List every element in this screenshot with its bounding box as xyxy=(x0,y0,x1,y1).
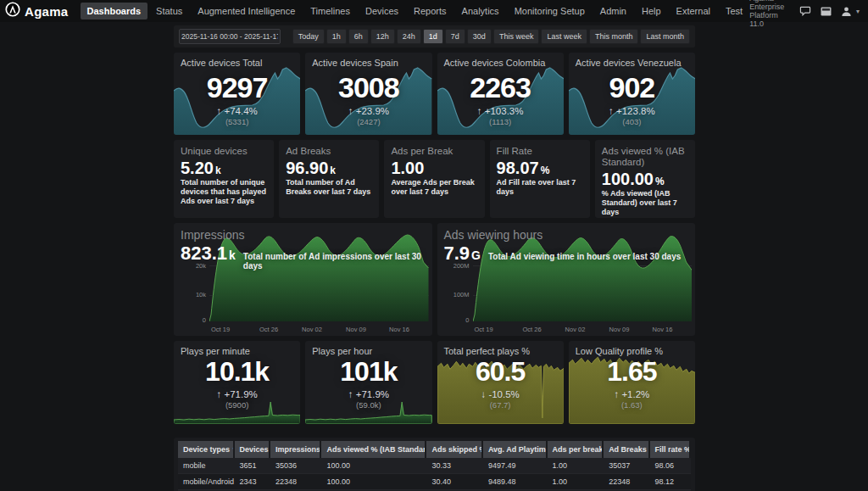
trend-unit: k xyxy=(229,248,236,262)
platform-version-label: Agama Enterprise Platform 11.0 xyxy=(749,0,790,28)
y-tick: 100M xyxy=(439,291,470,299)
time-range-input[interactable] xyxy=(179,29,281,44)
menu-item-reports[interactable]: Reports xyxy=(407,3,453,20)
panel-title: Active devices Venezuela xyxy=(576,58,682,68)
caret-down-icon[interactable]: ▾ xyxy=(856,8,860,15)
nav-right-cluster: Agama Enterprise Platform 11.0 ▾ xyxy=(749,0,860,28)
cell: 3651 xyxy=(235,458,270,474)
metric-value: 3008 xyxy=(305,73,431,102)
range-button-last-week[interactable]: Last week xyxy=(541,29,587,44)
trend-value-row: 7.9G Total Ad viewing time in hours over… xyxy=(444,243,682,265)
col-ads-viewed[interactable]: Ads viewed % (IAB Standard)⇅ xyxy=(321,441,426,458)
up-arrow-icon: ↑ xyxy=(348,106,353,116)
up-arrow-icon: ↑ xyxy=(614,389,619,399)
col-fill-rate[interactable]: Fill rate %⇅ xyxy=(650,441,691,458)
time-range-bar: Today 1h 6h 12h 24h 1d 7d 30d This week … xyxy=(174,25,695,47)
panel-ad-breaks: Ad Breaks 96.90k Total number of Ad Brea… xyxy=(279,140,379,218)
panel-title: Total perfect plays % xyxy=(444,346,531,356)
col-ads-skipped[interactable]: Ads skipped %⇅ xyxy=(426,441,483,458)
panel-title: Ads viewed % (IAB Standard) xyxy=(602,146,688,168)
panels-icon[interactable] xyxy=(821,5,832,17)
cell-device-type: mobile/Android xyxy=(178,474,235,490)
cell: 9489.48 xyxy=(483,474,548,490)
menu-item-status[interactable]: Status xyxy=(149,3,189,20)
panel-ads-viewed-iab: Ads viewed % (IAB Standard) 100.00% % Ad… xyxy=(595,140,695,218)
menu-item-admin[interactable]: Admin xyxy=(593,3,633,20)
metric-change: ↑ +71.9% xyxy=(174,389,300,399)
range-button-6h[interactable]: 6h xyxy=(348,29,369,44)
panel-title: Low Quality profile % xyxy=(576,346,663,356)
range-button-1d[interactable]: 1d xyxy=(423,29,443,44)
menu-item-analytics[interactable]: Analytics xyxy=(455,3,506,20)
up-arrow-icon: ↑ xyxy=(216,106,221,116)
x-tick: Oct 19 xyxy=(474,326,492,333)
metric-value: 60.5 xyxy=(437,358,564,385)
stat-unit: % xyxy=(655,176,665,187)
metric-value: 101k xyxy=(305,358,431,385)
time-range-buttons: Today 1h 6h 12h 24h 1d 7d 30d This week … xyxy=(292,29,690,44)
menu-item-dashboards[interactable]: Dashboards xyxy=(81,3,148,20)
range-button-this-week[interactable]: This week xyxy=(493,29,540,44)
stat-description: % Ads viewed (IAB Standard) over last 7 … xyxy=(602,189,688,216)
trend-description: Total Ad viewing time in hours over last… xyxy=(488,252,681,261)
cell: 35037 xyxy=(604,458,649,474)
menu-item-timelines[interactable]: Timelines xyxy=(303,3,357,20)
cell-device-type: mobile xyxy=(178,458,235,474)
col-ads-per-breaks[interactable]: Ads per breaks⇅ xyxy=(548,441,604,458)
y-tick: 200M xyxy=(439,262,470,270)
menu-item-test[interactable]: Test xyxy=(719,3,749,20)
range-button-today[interactable]: Today xyxy=(292,29,325,44)
table-row: mobile 3651 35036 100.00 30.33 9497.49 1… xyxy=(178,458,691,474)
agama-dashboard-screen: Agama Dashboards Status Augmented Intell… xyxy=(0,0,868,491)
y-tick: 0 xyxy=(439,316,470,324)
metric-change: ↑ +103.3% xyxy=(437,106,564,116)
metric-previous: (403) xyxy=(569,117,695,126)
menu-item-augmented-intelligence[interactable]: Augmented Intelligence xyxy=(191,3,302,20)
menu-item-monitoring-setup[interactable]: Monitoring Setup xyxy=(508,3,592,20)
metric-value: 2263 xyxy=(437,73,564,102)
cell: 1.00 xyxy=(548,474,604,490)
range-button-30d[interactable]: 30d xyxy=(467,29,492,44)
metric-change: ↑ +71.9% xyxy=(305,389,431,399)
range-button-last-month[interactable]: Last month xyxy=(640,29,690,44)
metric-change: ↑ +1.2% xyxy=(569,389,695,399)
metric-value: 1.65 xyxy=(569,358,695,385)
cell: 35036 xyxy=(270,458,322,474)
menu-item-help[interactable]: Help xyxy=(635,3,668,20)
x-tick: Nov 09 xyxy=(609,326,630,333)
trend-description: Total number of Ad impressions over last… xyxy=(243,252,432,271)
range-button-1h[interactable]: 1h xyxy=(326,29,347,44)
trend-row: Impressions 823.1k Total number of Ad im… xyxy=(174,223,695,336)
user-icon[interactable] xyxy=(841,5,852,17)
col-device-types[interactable]: Device types⇅ xyxy=(178,441,235,458)
range-button-12h[interactable]: 12h xyxy=(370,29,395,44)
brand[interactable]: Agama xyxy=(5,2,69,20)
metric-value: 10.1k xyxy=(174,358,300,385)
range-button-this-month[interactable]: This month xyxy=(589,29,639,44)
metric-previous: (67.7) xyxy=(437,400,564,410)
device-types-table: Device types⇅ Devices▾ Impressions⇅ Ads … xyxy=(178,441,691,491)
col-ad-breaks[interactable]: Ad Breaks⇅ xyxy=(604,441,649,458)
col-impressions[interactable]: Impressions⇅ xyxy=(270,441,322,458)
panel-ads-viewing-hours: Ads wiewing hours 7.9G Total Ad viewing … xyxy=(437,223,696,336)
y-tick: 10k xyxy=(175,291,206,299)
range-button-24h[interactable]: 24h xyxy=(397,29,421,44)
metric-previous: (5331) xyxy=(174,117,300,126)
menu-item-devices[interactable]: Devices xyxy=(359,3,405,20)
metric-change: ↑ +74.4% xyxy=(174,106,300,116)
up-arrow-icon: ↑ xyxy=(609,106,614,116)
device-types-table-panel: Device types⇅ Devices▾ Impressions⇅ Ads … xyxy=(174,438,695,491)
metric-previous: (1.63) xyxy=(569,400,695,410)
col-devices[interactable]: Devices▾ xyxy=(235,441,270,458)
metric-previous: (1113) xyxy=(437,117,564,126)
col-avg-playtime[interactable]: Avg. Ad Playtime⇅ xyxy=(483,441,548,458)
chat-icon[interactable] xyxy=(799,5,811,17)
stat-value: 1.00 xyxy=(391,159,477,177)
x-tick: Oct 19 xyxy=(211,326,230,333)
up-arrow-icon: ↑ xyxy=(348,389,353,399)
stat-unit: k xyxy=(330,165,336,176)
panel-total-perfect-plays: Total perfect plays % 60.5 ↓ -10.5% (67.… xyxy=(437,341,564,424)
metric-change: ↑ +23.9% xyxy=(305,106,431,116)
range-button-7d[interactable]: 7d xyxy=(445,29,465,44)
menu-item-external[interactable]: External xyxy=(670,3,717,20)
